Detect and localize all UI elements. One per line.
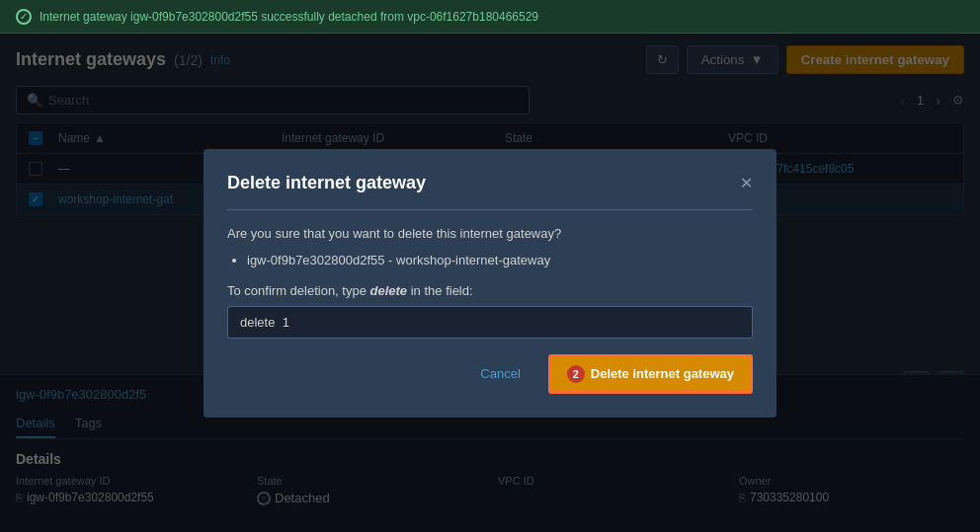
main-content: Internet gateways (1/2) Info ↻ Actions ▼… [0, 34, 980, 532]
modal-header: Delete internet gateway ✕ [227, 173, 753, 193]
modal-question: Are you sure that you want to delete thi… [227, 226, 753, 241]
delete-step-number: 2 [567, 365, 585, 383]
cancel-button[interactable]: Cancel [464, 358, 535, 389]
modal-footer: Cancel 2 Delete internet gateway [227, 354, 753, 394]
modal-confirm-input[interactable] [227, 306, 753, 339]
delete-internet-gateway-button[interactable]: 2 Delete internet gateway [548, 354, 753, 394]
modal-bullet-item: igw-0f9b7e302800d2f55 - workshop-interne… [247, 253, 753, 267]
modal-overlay: Delete internet gateway ✕ Are you sure t… [0, 34, 980, 532]
delete-button-label: Delete internet gateway [591, 366, 734, 381]
success-icon: ✓ [16, 9, 32, 25]
modal-body: Are you sure that you want to delete thi… [227, 226, 753, 339]
success-banner: ✓ Internet gateway igw-0f9b7e302800d2f55… [0, 0, 980, 34]
modal-divider [227, 209, 753, 210]
modal-confirm-label: To confirm deletion, type delete in the … [227, 283, 753, 298]
banner-message: Internet gateway igw-0f9b7e302800d2f55 s… [40, 10, 538, 24]
modal-title: Delete internet gateway [227, 173, 426, 193]
delete-modal: Delete internet gateway ✕ Are you sure t… [204, 149, 776, 418]
modal-close-button[interactable]: ✕ [740, 174, 753, 192]
